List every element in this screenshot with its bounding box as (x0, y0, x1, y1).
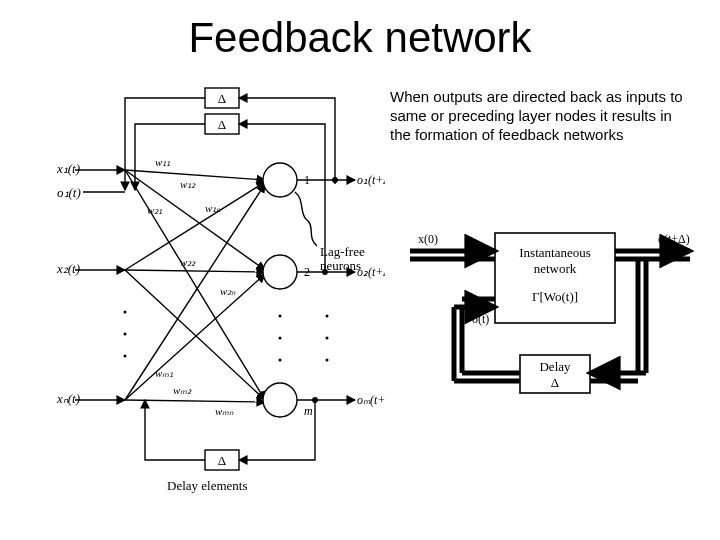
input-x1: x₁(t) (56, 161, 80, 176)
wmn: wₘₙ (215, 405, 234, 417)
description-text: When outputs are directed back as inputs… (390, 88, 690, 144)
box-line2: network (534, 261, 577, 276)
wm1: wₘ₁ (155, 367, 173, 379)
svg-point-30 (279, 359, 282, 362)
neuron-2-label: 2 (304, 265, 310, 279)
neuron-1-label: 1 (304, 173, 310, 187)
ot-label: o(t) (472, 312, 489, 326)
delta-box-1: Δ (218, 91, 226, 106)
svg-point-27 (124, 355, 127, 358)
svg-point-33 (326, 359, 329, 362)
output-o2: o₂(t+Δ) (357, 265, 385, 279)
w11: w₁₁ (155, 156, 170, 168)
svg-point-31 (326, 315, 329, 318)
out-label: o(t+Δ) (658, 232, 690, 246)
wm2: wₘ₂ (173, 384, 192, 396)
svg-line-8 (125, 170, 265, 400)
svg-point-17 (263, 383, 297, 417)
box-line3: Γ[Wo(t)] (532, 289, 578, 304)
svg-line-10 (125, 270, 265, 272)
svg-point-25 (124, 311, 127, 314)
delay-line1: Delay (539, 359, 571, 374)
delta-box-3: Δ (218, 453, 226, 468)
right-diagram: Instantaneous network Γ[Wo(t)] Delay Δ x… (400, 215, 700, 425)
w12: w₁₂ (180, 178, 196, 190)
neuron-m-label: m (304, 404, 313, 418)
svg-point-16 (263, 255, 297, 289)
w22: w₂₂ (180, 256, 196, 268)
svg-point-15 (263, 163, 297, 197)
svg-line-14 (125, 400, 265, 402)
output-o1: o₁(t+Δ) (357, 173, 385, 187)
input-x2: x₂(t) (56, 261, 80, 276)
input-o1: o₁(t) (57, 185, 81, 200)
left-diagram: Δ Δ Δ x₁(t) o₁(t) x₂(t) xₙ(t) o₁(t+Δ) o₂… (55, 80, 385, 510)
lag-free-label: Lag-freeneurons (320, 244, 365, 273)
svg-point-29 (279, 337, 282, 340)
w1n: w₁ₙ (205, 202, 221, 214)
page-title: Feedback network (0, 14, 720, 62)
box-line1: Instantaneous (519, 245, 590, 260)
w21: w₂₁ (147, 204, 162, 216)
delay-line2: Δ (551, 375, 559, 390)
delta-box-2: Δ (218, 117, 226, 132)
svg-point-26 (124, 333, 127, 336)
delay-elements-caption: Delay elements (167, 478, 248, 493)
svg-point-28 (279, 315, 282, 318)
xin-label: x(0) (418, 232, 438, 246)
slide: Feedback network When outputs are direct… (0, 0, 720, 540)
svg-point-32 (326, 337, 329, 340)
svg-point-21 (333, 178, 337, 182)
input-xn: xₙ(t) (56, 391, 80, 406)
w2n: w₂ₙ (220, 285, 236, 297)
output-om: oₘ(t+Δ) (357, 393, 385, 407)
